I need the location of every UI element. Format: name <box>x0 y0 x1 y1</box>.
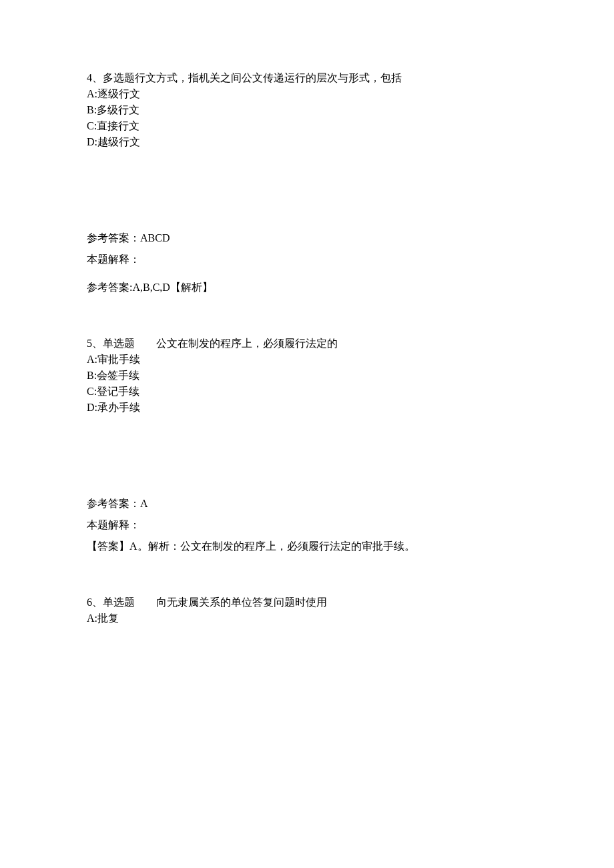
question-6-header: 6、单选题 向无隶属关系的单位答复问题时使用 <box>87 594 527 610</box>
question-5-header: 5、单选题 公文在制发的程序上，必须履行法定的 <box>87 336 527 352</box>
question-5-option-d: D:承办手续 <box>87 400 527 416</box>
question-5-answer-label: 参考答案：A <box>87 496 527 512</box>
question-5-option-c: C:登记手续 <box>87 384 527 400</box>
question-4-option-d: D:越级行文 <box>87 134 527 150</box>
question-5-explain-label: 本题解释： <box>87 517 527 533</box>
question-5-option-b: B:会签手续 <box>87 368 527 384</box>
question-4: 4、多选题行文方式，指机关之间公文传递运行的层次与形式，包括 A:逐级行文 B:… <box>87 70 527 150</box>
question-4-answer: 参考答案：ABCD 本题解释： 参考答案:A,B,C,D【解析】 <box>87 230 527 296</box>
question-4-option-c: C:直接行文 <box>87 118 527 134</box>
question-4-option-b: B:多级行文 <box>87 102 527 118</box>
question-5-explain-text: 【答案】A。解析：公文在制发的程序上，必须履行法定的审批手续。 <box>87 538 527 554</box>
question-4-header: 4、多选题行文方式，指机关之间公文传递运行的层次与形式，包括 <box>87 70 527 86</box>
question-4-explain-text: 参考答案:A,B,C,D【解析】 <box>87 280 527 296</box>
question-5: 5、单选题 公文在制发的程序上，必须履行法定的 A:审批手续 B:会签手续 C:… <box>87 336 527 416</box>
question-4-option-a: A:逐级行文 <box>87 86 527 102</box>
question-4-explain-label: 本题解释： <box>87 252 527 268</box>
question-5-option-a: A:审批手续 <box>87 352 527 368</box>
question-4-answer-label: 参考答案：ABCD <box>87 230 527 246</box>
question-6: 6、单选题 向无隶属关系的单位答复问题时使用 A:批复 <box>87 594 527 626</box>
question-6-option-a: A:批复 <box>87 610 527 626</box>
question-5-answer: 参考答案：A 本题解释： 【答案】A。解析：公文在制发的程序上，必须履行法定的审… <box>87 496 527 554</box>
